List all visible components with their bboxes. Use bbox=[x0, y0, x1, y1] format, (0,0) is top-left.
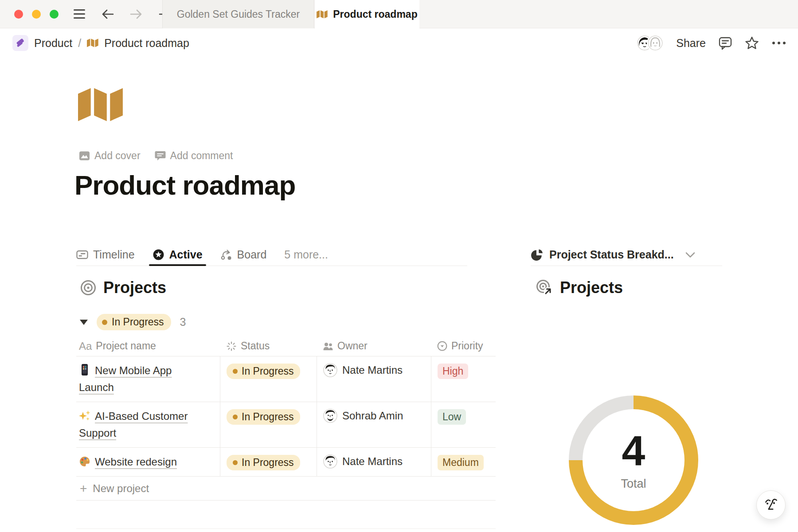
tab-active[interactable]: Active bbox=[153, 244, 203, 266]
map-icon bbox=[87, 38, 98, 48]
priority-pill[interactable]: Medium bbox=[438, 455, 484, 470]
back-arrow-icon[interactable] bbox=[100, 7, 115, 22]
add-cover-label: Add cover bbox=[94, 150, 141, 162]
table-row: AI-Based Customer Support In Progress So… bbox=[76, 402, 496, 448]
page-header: Product / Product roadmap Share bbox=[0, 29, 798, 57]
header-actions: Share bbox=[636, 35, 786, 51]
projects-table: Aa Project name Status Owner Priority bbox=[76, 336, 496, 501]
owner-avatar bbox=[323, 363, 337, 377]
owner-avatar bbox=[323, 454, 337, 469]
group-header: In Progress 3 bbox=[80, 314, 186, 330]
breadcrumb-separator: / bbox=[78, 37, 81, 50]
owner-name: Nate Martins bbox=[342, 364, 403, 376]
tab-board[interactable]: Board bbox=[220, 244, 267, 266]
project-link[interactable]: New Mobile App Launch bbox=[79, 364, 172, 393]
linked-projects-heading: Projects bbox=[536, 278, 623, 297]
tab-timeline[interactable]: Timeline bbox=[76, 244, 135, 266]
project-name-cell[interactable]: New Mobile App Launch bbox=[76, 356, 220, 402]
tab-label: Timeline bbox=[93, 248, 135, 261]
column-header-status[interactable]: Status bbox=[220, 340, 317, 352]
donut-ring: 4 Total bbox=[569, 395, 698, 525]
column-header-owner[interactable]: Owner bbox=[317, 340, 431, 352]
owner-cell[interactable]: Sohrab Amin bbox=[317, 402, 431, 447]
window-controls bbox=[14, 10, 59, 19]
breadcrumb-item-page[interactable]: Product roadmap bbox=[104, 37, 189, 50]
more-options-icon[interactable] bbox=[771, 41, 786, 45]
column-label: Project name bbox=[96, 340, 156, 352]
palette-icon bbox=[79, 456, 91, 467]
star-badge-icon bbox=[153, 249, 164, 261]
page-title: Product roadmap bbox=[74, 169, 295, 201]
image-icon bbox=[79, 150, 90, 161]
column-header-priority[interactable]: Priority bbox=[431, 340, 496, 352]
section-divider bbox=[76, 528, 496, 529]
owner-name: Nate Martins bbox=[342, 455, 403, 468]
donut-total-value: 4 bbox=[622, 430, 645, 472]
status-dot bbox=[102, 320, 107, 325]
owner-cell[interactable]: Nate Martins bbox=[317, 356, 431, 402]
close-window-button[interactable] bbox=[14, 10, 23, 19]
comments-icon[interactable] bbox=[718, 36, 732, 50]
projects-heading-label: Projects bbox=[103, 278, 166, 297]
group-count: 3 bbox=[180, 316, 186, 329]
people-icon bbox=[323, 341, 333, 351]
column-label: Status bbox=[241, 340, 270, 352]
collaborator-avatars[interactable] bbox=[636, 35, 664, 51]
project-link[interactable]: Website redesign bbox=[95, 456, 177, 468]
browser-tab-active[interactable]: Product roadmap bbox=[315, 0, 419, 28]
avatar bbox=[647, 35, 664, 51]
status-cell[interactable]: In Progress bbox=[220, 448, 317, 476]
donut-total-label: Total bbox=[621, 477, 646, 491]
minimize-window-button[interactable] bbox=[32, 10, 41, 19]
zoom-window-button[interactable] bbox=[50, 10, 59, 19]
add-cover-button[interactable]: Add cover bbox=[79, 150, 141, 162]
group-label: In Progress bbox=[112, 316, 164, 328]
browser-tab-inactive[interactable]: Golden Set Guides Tracker bbox=[162, 0, 314, 28]
status-dot bbox=[233, 369, 238, 374]
notion-ai-button[interactable] bbox=[756, 490, 786, 520]
priority-pill[interactable]: Low bbox=[438, 409, 466, 425]
project-name-cell[interactable]: AI-Based Customer Support bbox=[76, 402, 220, 447]
collapse-triangle-icon[interactable] bbox=[80, 320, 88, 325]
breadcrumb: Product / Product roadmap bbox=[12, 35, 189, 51]
owner-cell[interactable]: Nate Martins bbox=[317, 448, 431, 476]
add-comment-button[interactable]: Add comment bbox=[155, 150, 233, 162]
mobile-phone-icon bbox=[79, 364, 91, 376]
share-button[interactable]: Share bbox=[676, 37, 706, 50]
menu-icon[interactable] bbox=[72, 7, 87, 22]
new-project-label: New project bbox=[93, 482, 149, 495]
priority-cell[interactable]: Medium bbox=[431, 448, 496, 476]
comment-icon bbox=[155, 150, 166, 161]
page-icon-map[interactable] bbox=[78, 87, 123, 123]
priority-cell[interactable]: Low bbox=[431, 402, 496, 447]
hammer-icon bbox=[12, 35, 28, 51]
add-comment-label: Add comment bbox=[170, 150, 233, 162]
more-views-button[interactable]: 5 more... bbox=[284, 248, 328, 261]
right-view-tab[interactable]: Project Status Breakd... bbox=[531, 244, 722, 266]
group-status-pill[interactable]: In Progress bbox=[97, 314, 171, 330]
column-label: Owner bbox=[337, 340, 368, 352]
tab-label: Product roadmap bbox=[333, 8, 417, 20]
new-project-button[interactable]: + New project bbox=[76, 477, 496, 501]
breadcrumb-item-product[interactable]: Product bbox=[34, 37, 72, 50]
sparkles-icon bbox=[79, 410, 91, 422]
board-icon bbox=[220, 249, 232, 261]
favorite-star-icon[interactable] bbox=[745, 36, 759, 50]
chevron-down-icon[interactable] bbox=[685, 252, 695, 258]
priority-pill[interactable]: High bbox=[438, 364, 468, 379]
priority-cell[interactable]: High bbox=[431, 356, 496, 402]
forward-arrow-icon[interactable] bbox=[129, 7, 144, 22]
timeline-icon bbox=[76, 249, 88, 260]
column-header-name[interactable]: Aa Project name bbox=[76, 340, 220, 352]
project-name-cell[interactable]: Website redesign bbox=[76, 448, 220, 476]
priority-icon bbox=[437, 341, 447, 351]
target-icon bbox=[80, 279, 97, 296]
status-cell[interactable]: In Progress bbox=[220, 402, 317, 447]
owner-name: Sohrab Amin bbox=[342, 410, 403, 422]
owner-avatar bbox=[323, 409, 337, 423]
status-label: In Progress bbox=[242, 411, 294, 423]
table-row: Website redesign In Progress Nate Martin… bbox=[76, 448, 496, 477]
project-link[interactable]: AI-Based Customer Support bbox=[79, 410, 188, 439]
table-header-row: Aa Project name Status Owner Priority bbox=[76, 336, 496, 356]
status-cell[interactable]: In Progress bbox=[220, 356, 317, 402]
